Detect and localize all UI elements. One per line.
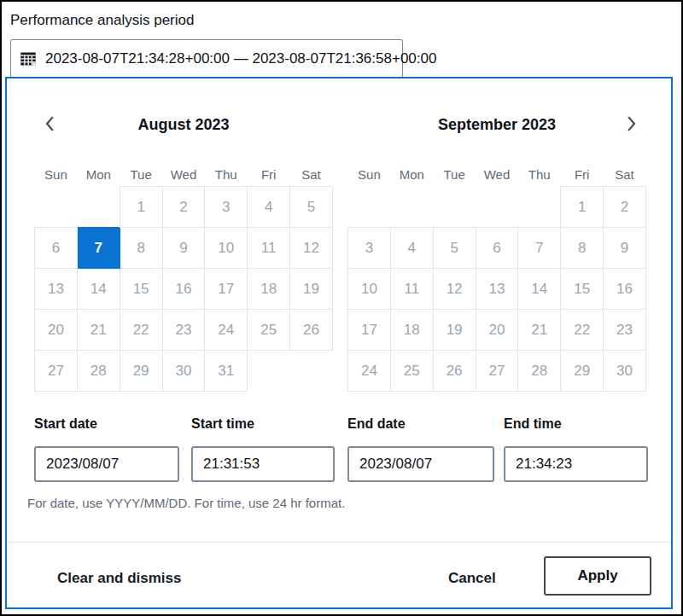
start-time-input[interactable]	[191, 446, 335, 482]
calendar-day[interactable]: 28	[518, 351, 561, 392]
calendar-day[interactable]: 5	[433, 228, 476, 269]
calendar-day-empty	[390, 187, 433, 228]
calendar-day[interactable]: 24	[205, 310, 248, 351]
calendar-day[interactable]: 2	[162, 187, 205, 228]
calendar-day-empty	[518, 187, 561, 228]
clear-and-dismiss-button[interactable]: Clear and dismiss	[57, 568, 182, 589]
weekday-header: Thu	[205, 162, 248, 187]
calendar-day[interactable]: 30	[604, 351, 646, 392]
calendar-day[interactable]: 19	[290, 269, 333, 310]
footer-divider	[7, 542, 671, 543]
weekday-header: Wed	[476, 162, 518, 187]
calendar-day[interactable]: 17	[205, 269, 248, 310]
calendar-day[interactable]: 15	[120, 269, 162, 310]
calendar-day[interactable]: 29	[561, 351, 604, 392]
calendar-day[interactable]: 29	[120, 351, 162, 392]
weekday-header: Fri	[248, 162, 290, 187]
weekday-header: Mon	[390, 162, 433, 187]
weekday-header: Tue	[433, 162, 476, 187]
month-title-right: September 2023	[347, 116, 646, 134]
calendar-day[interactable]: 21	[77, 310, 120, 351]
calendar-day-empty	[476, 187, 518, 228]
calendar-day[interactable]: 1	[120, 187, 162, 228]
calendar-day[interactable]: 13	[476, 269, 518, 310]
calendar-icon	[20, 50, 37, 67]
calendar-day[interactable]: 27	[35, 351, 78, 392]
end-time-input[interactable]	[504, 446, 648, 482]
calendar-day[interactable]: 27	[476, 351, 518, 392]
weekday-header: Wed	[162, 162, 205, 187]
weekday-header: Sat	[604, 162, 646, 187]
calendar-day[interactable]: 19	[433, 310, 476, 351]
calendar-day[interactable]: 9	[604, 228, 646, 269]
weekday-header: Thu	[518, 162, 561, 187]
calendar-day[interactable]: 22	[561, 310, 604, 351]
calendar-grid-right: SunMonTueWedThuFriSat1234567891011121314…	[347, 162, 646, 392]
calendar-day[interactable]: 16	[162, 269, 205, 310]
apply-button[interactable]: Apply	[544, 556, 651, 596]
calendar-day[interactable]: 3	[348, 228, 391, 269]
end-date-label: End date	[347, 416, 406, 432]
calendar-day[interactable]: 8	[120, 228, 162, 269]
weekday-header: Sun	[35, 162, 78, 187]
calendar-day[interactable]: 25	[248, 310, 290, 351]
calendar-day[interactable]: 23	[604, 310, 646, 351]
calendar-day[interactable]: 24	[348, 351, 391, 392]
start-date-label: Start date	[34, 416, 97, 432]
calendar-day[interactable]: 20	[35, 310, 78, 351]
calendar-day[interactable]: 11	[390, 269, 433, 310]
calendar-day[interactable]: 6	[35, 228, 78, 269]
calendar-day[interactable]: 1	[561, 187, 604, 228]
end-date-input[interactable]	[347, 446, 494, 482]
calendar-day[interactable]: 3	[205, 187, 248, 228]
weekday-header: Sun	[348, 162, 391, 187]
calendar-day[interactable]: 21	[518, 310, 561, 351]
calendar-day-selected[interactable]: 7	[77, 228, 120, 269]
calendar-day[interactable]: 22	[120, 310, 162, 351]
calendar-day[interactable]: 7	[518, 228, 561, 269]
calendar-day[interactable]: 4	[390, 228, 433, 269]
calendar-day[interactable]: 8	[561, 228, 604, 269]
calendar-day[interactable]: 30	[162, 351, 205, 392]
calendar-day[interactable]: 12	[290, 228, 333, 269]
month-title-left: August 2023	[34, 116, 333, 134]
format-hint-text: For date, use YYYY/MM/DD. For time, use …	[27, 496, 345, 510]
calendar-day[interactable]: 5	[290, 187, 333, 228]
calendar-day[interactable]: 14	[518, 269, 561, 310]
calendar-day[interactable]: 20	[476, 310, 518, 351]
calendar-day-empty	[35, 187, 78, 228]
date-range-trigger[interactable]: 2023-08-07T21:34:28+00:00 — 2023-08-07T2…	[10, 39, 403, 78]
calendar-day-empty	[433, 187, 476, 228]
calendar-day[interactable]: 2	[604, 187, 646, 228]
calendar-grid-left: SunMonTueWedThuFriSat1234567891011121314…	[34, 162, 333, 392]
date-range-picker-dialog: August 2023 September 2023 SunMonTueWedT…	[5, 77, 673, 609]
end-time-label: End time	[504, 416, 562, 432]
calendar-day[interactable]: 6	[476, 228, 518, 269]
date-range-value: 2023-08-07T21:34:28+00:00 — 2023-08-07T2…	[45, 50, 436, 67]
calendar-day[interactable]: 10	[205, 228, 248, 269]
calendar-day[interactable]: 10	[348, 269, 391, 310]
calendar-day[interactable]: 13	[35, 269, 78, 310]
calendar-day[interactable]: 15	[561, 269, 604, 310]
calendar-day[interactable]: 26	[433, 351, 476, 392]
start-date-input[interactable]	[34, 446, 179, 482]
calendar-day[interactable]: 18	[248, 269, 290, 310]
calendar-day[interactable]: 31	[205, 351, 248, 392]
calendar-day[interactable]: 16	[604, 269, 646, 310]
calendar-day[interactable]: 28	[77, 351, 120, 392]
calendar-day[interactable]: 23	[162, 310, 205, 351]
calendar-day[interactable]: 25	[390, 351, 433, 392]
calendar-day[interactable]: 9	[162, 228, 205, 269]
calendar-day-empty	[248, 351, 290, 392]
calendar-day[interactable]: 17	[348, 310, 391, 351]
calendar-day[interactable]: 11	[248, 228, 290, 269]
calendar-day[interactable]: 12	[433, 269, 476, 310]
cancel-button[interactable]: Cancel	[448, 568, 496, 589]
calendar-day[interactable]: 14	[77, 269, 120, 310]
calendar-day[interactable]: 26	[290, 310, 333, 351]
calendar-day-empty	[77, 187, 120, 228]
screenshot-frame: Performance analysis period 2023-08-07T2…	[0, 0, 683, 616]
calendar-day[interactable]: 4	[248, 187, 290, 228]
calendar-day[interactable]: 18	[390, 310, 433, 351]
calendar-day-empty	[348, 187, 391, 228]
